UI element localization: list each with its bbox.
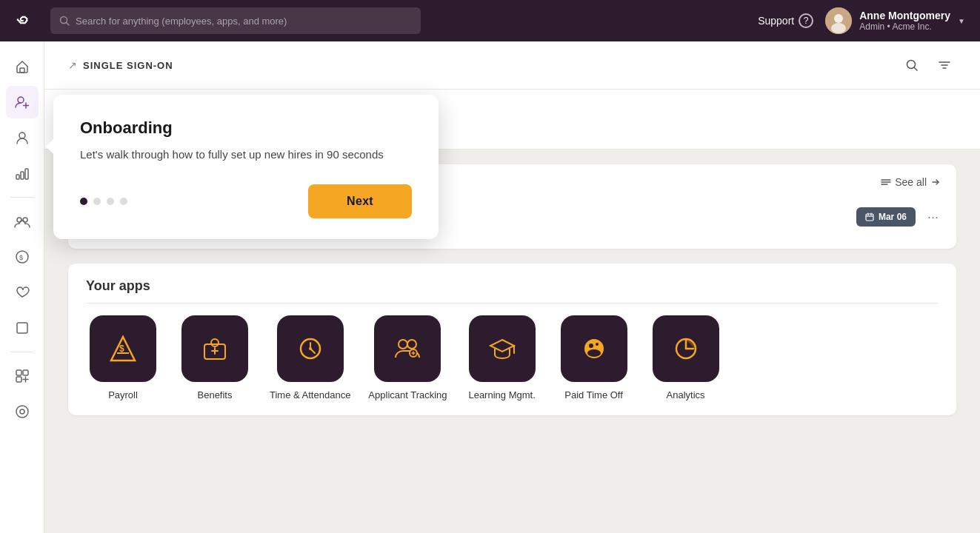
svg-rect-20 [16,377,21,382]
app-label-benefits: Benefits [198,389,233,400]
svg-rect-18 [16,370,21,375]
app-payroll[interactable]: $ Payroll [86,315,160,400]
onboarding-card: Onboarding Let's walk through how to ful… [53,95,439,239]
sidebar-item-add-employee[interactable] [6,86,39,118]
app-benefits[interactable]: Benefits [178,315,252,400]
svg-point-3 [834,14,843,23]
app-label-time-attendance: Time & Attendance [270,389,350,400]
sidebar-item-reports[interactable] [6,157,39,190]
app-icon-time-attendance [277,315,344,382]
svg-rect-53 [866,214,873,221]
apps-section-title: Your apps [86,278,939,304]
search-icon [59,16,70,26]
svg-line-1 [67,23,70,26]
task-more-button[interactable]: ··· [924,209,941,225]
svg-rect-10 [16,175,19,179]
sidebar-item-employees[interactable] [6,121,39,154]
app-label-payroll: Payroll [108,389,138,400]
svg-point-4 [831,23,846,33]
next-button[interactable]: Next [308,184,412,218]
sidebar-item-settings[interactable] [6,395,39,428]
svg-line-26 [915,68,918,71]
onboarding-description: Let's walk through how to fully set up n… [80,147,412,164]
onboarding-title: Onboarding [80,118,412,138]
app-logo: ꩜ [15,11,33,30]
app-applicant-tracking[interactable]: Applicant Tracking [368,315,447,400]
svg-rect-12 [25,169,28,179]
app-label-analytics: Analytics [667,389,705,400]
svg-rect-11 [21,172,24,179]
top-nav: ꩜ Search for anything (employees, apps, … [0,0,980,41]
app-learning-mgmt[interactable]: Learning Mgmt. [465,315,539,400]
sidebar-item-payroll[interactable]: $ [6,241,39,273]
app-icon-benefits [181,315,248,382]
page-title: SINGLE SIGN-ON [83,60,173,71]
app-label-learning-mgmt: Learning Mgmt. [468,389,535,400]
app-icon-payroll: $ [90,315,156,382]
sidebar-item-apps[interactable] [6,360,39,392]
sidebar-divider-2 [10,352,34,352]
chevron-down-icon: ▼ [958,17,965,25]
onboarding-dot-1 [80,198,87,205]
svg-point-24 [16,406,28,418]
app-icon-paid-time-off [561,315,627,382]
header-actions [900,53,956,77]
onboarding-dots [80,198,127,205]
app-label-applicant-tracking: Applicant Tracking [368,389,447,400]
support-button[interactable]: Support ? [758,13,813,28]
sidebar: $ [0,41,44,533]
filter-button[interactable] [933,53,956,77]
avatar [825,7,852,34]
task-date-label: Mar 06 [879,212,907,222]
onboarding-dot-3 [107,198,114,205]
sidebar-item-learning[interactable] [6,312,39,344]
svg-text:$: $ [119,343,124,354]
user-details: Anne Montgomery Admin • Acme Inc. [859,10,950,33]
svg-rect-17 [17,323,27,333]
svg-rect-5 [20,68,24,73]
svg-rect-19 [23,370,28,375]
sidebar-item-teams[interactable] [6,205,39,238]
page-header: ↗ SINGLE SIGN-ON [44,41,980,90]
arrow-up-right-icon: ↗ [68,59,77,71]
sidebar-divider-1 [10,197,34,198]
app-label-paid-time-off: Paid Time Off [564,389,623,400]
sidebar-item-home[interactable] [6,50,39,83]
svg-point-83 [589,343,593,348]
onboarding-dot-4 [120,198,127,205]
svg-text:$: $ [19,254,23,261]
svg-point-84 [596,343,599,346]
svg-point-9 [19,133,25,138]
user-name: Anne Montgomery [859,10,950,22]
svg-rect-71 [388,329,427,368]
onboarding-dot-2 [93,198,101,205]
app-time-attendance[interactable]: Time & Attendance [270,315,350,400]
svg-point-6 [18,97,24,103]
user-menu[interactable]: Anne Montgomery Admin • Acme Inc. ▼ [825,7,965,34]
svg-point-25 [907,61,916,69]
see-all-label: See all [895,176,927,188]
support-icon: ? [799,13,813,28]
search-placeholder: Search for anything (employees, apps, an… [76,16,287,27]
svg-point-23 [20,409,24,414]
app-paid-time-off[interactable]: Paid Time Off [557,315,631,400]
app-icon-analytics [653,315,719,382]
support-label: Support [758,15,794,27]
svg-rect-77 [483,329,521,368]
apps-section: Your apps $ Payroll Benefits [68,264,956,415]
svg-point-70 [309,347,312,350]
app-icon-learning-mgmt [469,315,536,382]
sidebar-item-benefits[interactable] [6,276,39,309]
page-title-area: ↗ SINGLE SIGN-ON [68,59,173,71]
app-icon-applicant-tracking [374,315,441,382]
search-button[interactable] [900,53,924,77]
task-date: Mar 06 [856,207,916,227]
svg-point-82 [587,349,601,357]
app-analytics[interactable]: Analytics [649,315,723,400]
user-role: Admin • Acme Inc. [859,21,950,32]
see-all-link[interactable]: See all [880,176,941,188]
apps-grid: $ Payroll Benefits Time & Attendance [86,315,939,400]
nav-right: Support ? Anne Montgomery Admin • Acme I… [758,7,965,34]
onboarding-footer: Next [80,184,412,218]
search-bar[interactable]: Search for anything (employees, apps, an… [50,7,421,34]
